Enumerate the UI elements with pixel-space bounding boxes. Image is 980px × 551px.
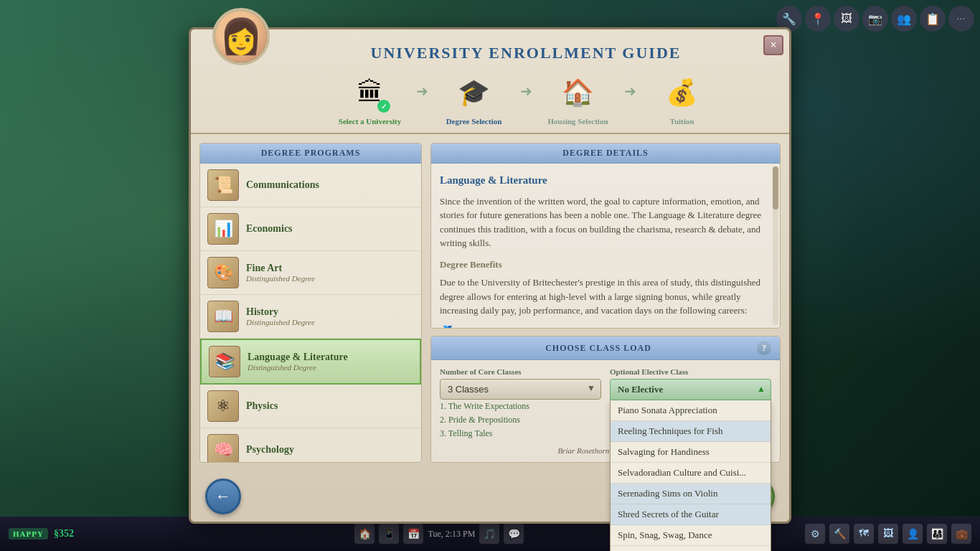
psychology-icon: 🧠 xyxy=(207,434,239,463)
degree-item-history[interactable]: 📖 History Distinguished Degree xyxy=(200,295,421,339)
degree-details-header: Degree Details xyxy=(431,143,780,164)
language-literature-subtitle: Distinguished Degree xyxy=(248,363,348,372)
step-1-label: Select a University xyxy=(339,117,401,126)
core-classes-dropdown[interactable]: 1 Class 2 Classes 3 Classes xyxy=(440,379,601,400)
arrow-1: ➜ xyxy=(416,83,428,114)
history-icon: 📖 xyxy=(207,301,239,332)
degree-details-title: Language & Literature xyxy=(440,172,771,189)
modal-header: University Enrollment Guide 🏛 ✓ Select a… xyxy=(191,29,789,134)
avatar-face xyxy=(215,11,267,62)
housing-icon: 🏠 xyxy=(557,71,600,114)
step-tuition[interactable]: 💰 Tuition xyxy=(639,71,725,126)
modal-body: Degree Programs 📜 Communications 📊 Econo… xyxy=(191,134,789,471)
history-subtitle: Distinguished Degree xyxy=(246,318,315,326)
language-literature-icon: 📚 xyxy=(209,346,240,377)
economics-icon: 📊 xyxy=(207,213,239,245)
degree-list: 📜 Communications 📊 Economics 🎨 xyxy=(200,164,421,463)
check-icon: ✓ xyxy=(377,100,390,113)
degree-description: Since the invention of the written word,… xyxy=(440,194,771,250)
communications-name: Communications xyxy=(246,179,319,191)
avatar xyxy=(212,8,270,65)
elective-dropdown-wrapper: No Elective ▲ Piano Sonata Appreciation … xyxy=(610,379,771,400)
degree-programs-panel: Degree Programs 📜 Communications 📊 Econo… xyxy=(199,143,422,463)
class-load-header: Choose Class Load ? xyxy=(431,336,780,360)
step-4-label: Tuition xyxy=(670,117,694,126)
details-scrollbar-thumb xyxy=(773,166,778,209)
arrow-3: ➜ xyxy=(624,83,636,114)
benefits-title: Degree Benefits xyxy=(440,258,771,272)
fine-art-icon: 🎨 xyxy=(207,257,239,288)
university-icon: 🏛 ✓ xyxy=(349,71,392,114)
core-class-1: 1. The Write Expectations xyxy=(440,400,601,413)
core-class-3: 3. Telling Tales xyxy=(440,427,601,441)
step-degree-selection[interactable]: 🎓 Degree Selection xyxy=(431,71,517,126)
degree-details-content: Language & Literature Since the inventio… xyxy=(431,164,780,328)
core-classes-selector: Number of Core Classes 1 Class 2 Classes… xyxy=(440,367,601,441)
tuition-icon: 💰 xyxy=(661,71,704,114)
modal-overlay: × University Enrollment Guide 🏛 ✓ Select… xyxy=(0,0,980,551)
degree-item-language-literature[interactable]: 📚 Language & Literature Distinguished De… xyxy=(200,339,421,385)
elective-option-reeling[interactable]: Reeling Techniques for Fish xyxy=(611,421,771,442)
step-3-label: Housing Selection xyxy=(547,117,608,126)
fine-art-name: Fine Art xyxy=(246,263,315,274)
core-dropdown-wrapper: 1 Class 2 Classes 3 Classes ▼ xyxy=(440,379,601,400)
degree-item-physics[interactable]: ⚛ Physics xyxy=(200,385,421,428)
close-button[interactable]: × xyxy=(763,35,783,55)
help-button[interactable]: ? xyxy=(757,341,771,355)
elective-option-salvaging[interactable]: Salvaging for Handiness xyxy=(611,442,771,463)
elective-option-shred[interactable]: Shred Secrets of the Guitar xyxy=(611,504,771,525)
back-button[interactable]: ← xyxy=(205,479,241,514)
history-name: History xyxy=(246,306,315,318)
fine-art-subtitle: Distinguished Degree xyxy=(246,274,315,283)
step-housing-selection[interactable]: 🏠 Housing Selection xyxy=(535,71,621,126)
communications-icon: 📜 xyxy=(207,169,239,201)
elective-label: Optional Elective Class xyxy=(610,367,771,376)
degree-programs-header: Degree Programs xyxy=(200,143,421,164)
physics-icon: ⚛ xyxy=(207,390,239,422)
arrow-2: ➜ xyxy=(520,83,532,114)
language-literature-name: Language & Literature xyxy=(248,352,348,363)
elective-option-serenading[interactable]: Serenading Sims on Violin xyxy=(611,484,771,504)
degree-item-economics[interactable]: 📊 Economics xyxy=(200,207,421,251)
core-classes-list: 1. The Write Expectations 2. Pride & Pre… xyxy=(440,400,601,441)
degree-item-communications[interactable]: 📜 Communications xyxy=(200,164,421,207)
class-selectors: Number of Core Classes 1 Class 2 Classes… xyxy=(440,367,771,441)
elective-dropdown-list[interactable]: Piano Sonata Appreciation Reeling Techni… xyxy=(610,400,771,551)
steps-container: 🏛 ✓ Select a University ➜ 🎓 Degree Selec… xyxy=(277,71,775,126)
elective-selected-value[interactable]: No Elective xyxy=(610,379,771,400)
career-icon: 🏅 xyxy=(440,324,771,329)
right-panel: Degree Details Language & Literature Sin… xyxy=(430,143,781,463)
elective-selector: Optional Elective Class No Elective ▲ Pi… xyxy=(610,367,771,441)
class-load-body: Number of Core Classes 1 Class 2 Classes… xyxy=(431,360,780,462)
economics-name: Economics xyxy=(246,223,293,235)
elective-option-tummy[interactable]: Tummy Rubs: Pet Training 101 xyxy=(611,546,771,551)
class-load-title: Choose Class Load xyxy=(440,343,757,354)
degree-item-fine-art[interactable]: 🎨 Fine Art Distinguished Degree xyxy=(200,251,421,295)
benefits-text: Due to the University of Britechester's … xyxy=(440,276,771,318)
details-scrollbar[interactable] xyxy=(773,166,778,325)
degree-item-psychology[interactable]: 🧠 Psychology xyxy=(200,428,421,463)
core-classes-label: Number of Core Classes xyxy=(440,367,601,376)
physics-name: Physics xyxy=(246,400,278,412)
elective-option-selvadoradian[interactable]: Selvadoradian Culture and Cuisi... xyxy=(611,463,771,484)
elective-option-spin[interactable]: Spin, Snag, Swag, Dance xyxy=(611,525,771,546)
psychology-name: Psychology xyxy=(246,444,294,456)
enrollment-modal: × University Enrollment Guide 🏛 ✓ Select… xyxy=(189,27,791,524)
step-select-university[interactable]: 🏛 ✓ Select a University xyxy=(327,71,413,126)
core-class-2: 2. Pride & Prepositions xyxy=(440,413,601,427)
step-2-label: Degree Selection xyxy=(446,117,502,126)
class-load-panel: Choose Class Load ? Number of Core Class… xyxy=(430,336,781,463)
degree-icon: 🎓 xyxy=(453,71,496,114)
degree-details-panel: Degree Details Language & Literature Sin… xyxy=(430,143,781,329)
elective-option-piano[interactable]: Piano Sonata Appreciation xyxy=(611,400,771,421)
modal-title: University Enrollment Guide xyxy=(277,44,775,62)
